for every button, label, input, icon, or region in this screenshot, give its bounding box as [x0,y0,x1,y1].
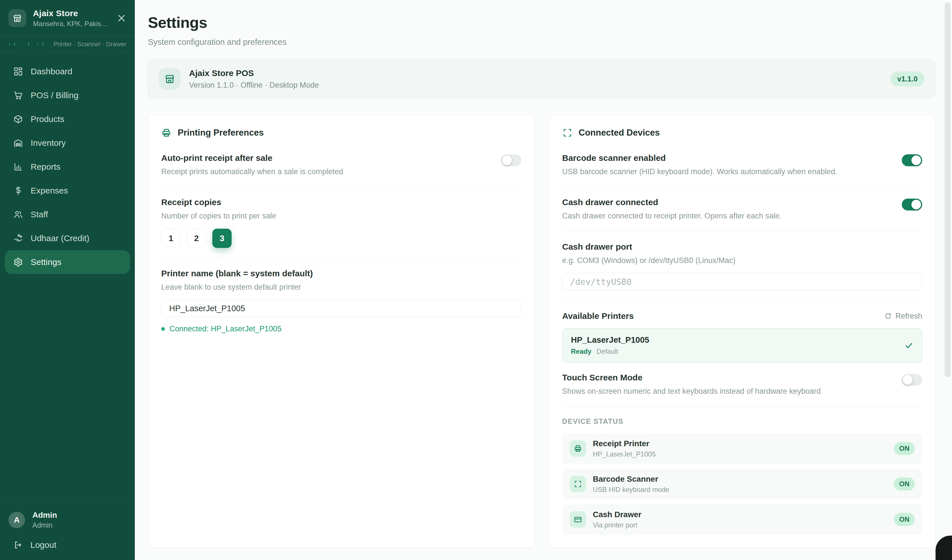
logout-button[interactable]: Logout [0,538,135,560]
sidebar-item-dashboard[interactable]: Dashboard [5,60,130,83]
user-name: Admin [32,511,57,520]
touch-mode-description: Shows on-screen numeric and text keyboar… [562,386,891,396]
available-printers-section: Available Printers Refresh HP_LaserJet_P… [562,311,923,363]
gear-icon [13,257,23,267]
cash-drawer-toggle[interactable] [902,199,922,210]
users-icon [13,210,23,219]
device-status-strip: Printer · Scanner · Drawer [0,36,135,53]
sidebar-item-label: Reports [31,162,60,172]
printer-list-item[interactable]: HP_LaserJet_P1005 Ready Default [562,328,923,363]
printer-icon [161,128,172,138]
sidebar-item-label: Expenses [31,186,68,196]
printer-name-label: Printer name (blank = system default) [161,268,521,278]
device-summary-text: Printer · Scanner · Drawer [53,40,126,48]
card-title: Connected Devices [579,128,660,138]
connected-dot [161,327,165,331]
cash-drawer-port-label: Cash drawer port [562,242,923,251]
sidebar-item-label: Staff [31,210,48,219]
copies-option-2[interactable]: 2 [187,229,206,248]
store-location: Mansehra, KPK, Pakis… [33,20,110,28]
printer-online-dot [14,43,15,46]
app-version-line: Version 1.1.0 · Offline · Desktop Mode [189,81,319,89]
device-row-receipt-printer: Receipt Printer HP_LaserJet_P1005 ON [562,433,923,464]
refresh-printers-button[interactable]: Refresh [884,312,922,321]
close-sidebar-icon[interactable] [117,13,126,23]
card-title: Printing Preferences [178,128,264,138]
store-name: Ajaix Store [33,9,110,18]
auto-print-toggle[interactable] [501,154,521,166]
device-name: Cash Drawer [593,510,887,519]
touch-mode-label: Touch Screen Mode [562,373,891,383]
store-banner-icon [159,68,181,89]
hand-coins-icon [13,233,23,243]
app-name: Ajaix Store POS [189,68,319,78]
sidebar-item-label: Inventory [31,138,66,148]
logout-label: Logout [30,540,57,550]
device-detail: USB HID keyboard mode [593,486,887,494]
connected-devices-card: Connected Devices Barcode scanner enable… [549,114,936,548]
sidebar-item-settings[interactable]: Settings [5,250,130,274]
sidebar-item-label: Dashboard [31,67,73,76]
touch-mode-row: Touch Screen Mode Shows on-screen numeri… [562,373,923,396]
copies-option-3[interactable]: 3 [212,229,232,248]
barcode-scanner-row: Barcode scanner enabled USB barcode scan… [562,153,923,177]
sidebar-item-staff[interactable]: Staff [5,202,130,227]
cash-drawer-label: Cash drawer connected [562,197,891,207]
device-status-heading: DEVICE STATUS [562,417,923,426]
printer-name-input[interactable] [161,299,521,317]
printer-status-ready: Ready [571,347,592,355]
scrollbar-thumb[interactable] [944,2,950,377]
printer-name-description: Leave blank to use system default printe… [161,282,521,292]
touch-mode-toggle[interactable] [902,374,922,386]
device-row-cash-drawer: Cash Drawer Via printer port ON [562,504,923,535]
sidebar-item-inventory[interactable]: Inventory [5,131,130,155]
refresh-icon [884,312,892,320]
printer-item-name: HP_LaserJet_P1005 [571,335,905,345]
warehouse-icon [13,138,23,148]
scan-icon [570,476,586,492]
main-content: Settings System configuration and prefer… [135,0,952,560]
bar-chart-icon [13,162,23,172]
user-role: Admin [32,521,57,529]
device-name: Receipt Printer [593,439,887,448]
cash-drawer-port-input[interactable] [562,273,923,290]
barcode-scanner-toggle[interactable] [902,154,922,166]
sidebar-item-label: Settings [31,257,61,267]
scanner-status-icon [23,40,25,48]
scanner-online-dot [28,43,29,46]
sidebar: Ajaix Store Mansehra, KPK, Pakis… Printe… [0,0,135,560]
printer-icon [570,440,586,457]
available-printers-label: Available Printers [562,311,634,321]
device-detail: HP_LaserJet_P1005 [593,450,887,458]
store-header: Ajaix Store Mansehra, KPK, Pakis… [0,0,135,36]
printer-status-icon [9,40,10,48]
version-badge: v1.1.0 [890,71,924,86]
barcode-scanner-description: USB barcode scanner (HID keyboard mode).… [562,167,891,177]
receipt-copies-section: Receipt copies Number of copies to print… [161,197,521,248]
sidebar-item-udhaar[interactable]: Udhaar (Credit) [5,227,130,250]
page-title: Settings [148,14,935,31]
package-icon [13,114,23,124]
logout-icon [13,540,22,549]
sidebar-item-pos-billing[interactable]: POS / Billing [5,83,130,107]
device-detail: Via printer port [593,521,887,529]
device-state-badge: ON [894,513,915,526]
copies-option-1[interactable]: 1 [161,229,181,248]
barcode-scanner-label: Barcode scanner enabled [562,153,891,163]
sidebar-item-reports[interactable]: Reports [5,155,130,179]
auto-print-label: Auto-print receipt after sale [161,153,490,163]
cash-drawer-icon [570,511,586,528]
printer-name-section: Printer name (blank = system default) Le… [161,268,521,333]
scan-icon [562,128,572,138]
drawer-online-dot [43,43,43,46]
printer-connected-status: Connected: HP_LaserJet_P1005 [170,324,281,333]
sidebar-item-expenses[interactable]: Expenses [5,179,130,202]
auto-print-description: Receipt prints automatically when a sale… [161,167,490,177]
device-name: Barcode Scanner [593,475,887,484]
cart-icon [13,91,23,100]
cash-drawer-port-description: e.g. COM3 (Windows) or /dev/ttyUSB0 (Lin… [562,255,923,265]
sidebar-item-products[interactable]: Products [5,107,130,131]
device-state-badge: ON [894,477,915,491]
cash-drawer-row: Cash drawer connected Cash drawer connec… [562,197,923,221]
sidebar-item-label: POS / Billing [31,91,78,100]
